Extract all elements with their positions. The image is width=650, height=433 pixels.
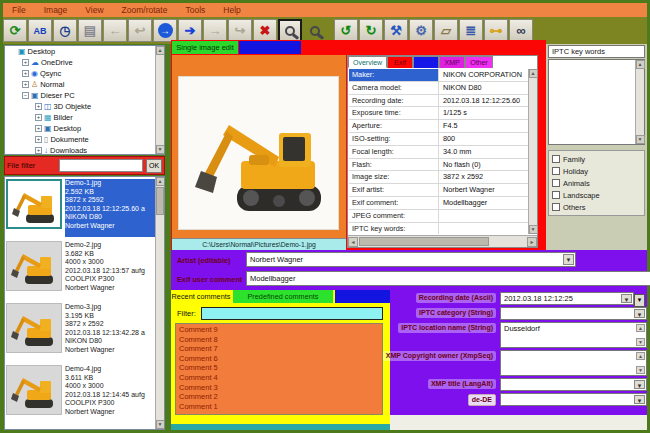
scroll-up-icon[interactable]: ▲ bbox=[156, 177, 165, 186]
menu-item-view[interactable]: View bbox=[76, 5, 112, 15]
tree-item-3dobjekte[interactable]: +◫3D Objekte bbox=[5, 101, 164, 112]
comment-item[interactable]: Comment 9 bbox=[179, 325, 382, 335]
keyword-checkbox-landscape[interactable]: Landscape bbox=[552, 189, 644, 201]
field-combo[interactable]: 2012.03.18 12:12:25▼ bbox=[500, 292, 634, 305]
exif-row[interactable]: Exposure time:1/125 s bbox=[349, 107, 528, 120]
tree-expander-icon[interactable]: + bbox=[22, 59, 29, 66]
comment-item[interactable]: Comment 1 bbox=[179, 402, 382, 412]
checkbox-icon[interactable] bbox=[552, 191, 560, 199]
overview-tab-other[interactable]: Other bbox=[465, 56, 493, 68]
comment-item[interactable]: Comment 7 bbox=[179, 344, 382, 354]
menu-item-tools[interactable]: Tools bbox=[176, 5, 214, 15]
tree-expander-icon[interactable]: + bbox=[22, 70, 29, 77]
overview-tab-xmp[interactable]: XMP bbox=[439, 56, 465, 68]
key-icon[interactable]: ⊶ bbox=[484, 19, 508, 42]
tree-item-qsync[interactable]: +◉Qsync bbox=[5, 68, 164, 79]
tree-expander-icon[interactable]: + bbox=[35, 136, 42, 143]
redo-arrow-icon[interactable]: ↪ bbox=[228, 19, 252, 42]
scroll-up-icon[interactable]: ▲ bbox=[529, 69, 538, 78]
tree-item-bilder[interactable]: +▦Bilder bbox=[5, 112, 164, 123]
comments-tab-1[interactable]: Predefined comments bbox=[233, 290, 333, 303]
scroll-thumb[interactable] bbox=[359, 237, 489, 246]
comment-item[interactable]: Comment 8 bbox=[179, 335, 382, 345]
scroll-up-icon[interactable]: ▲ bbox=[156, 46, 165, 55]
tag-icon[interactable]: ▱ bbox=[434, 19, 458, 42]
tree-expander-icon[interactable]: − bbox=[22, 92, 29, 99]
exif-row[interactable]: Image size:3872 x 2592 bbox=[349, 171, 528, 184]
tree-expander-icon[interactable]: + bbox=[35, 147, 42, 154]
artist-combo[interactable]: Norbert Wagner ▼ bbox=[246, 252, 576, 267]
exif-row[interactable]: Exif comment:Modellbagger bbox=[349, 197, 528, 210]
scroll-down-icon[interactable]: ▼ bbox=[529, 225, 538, 234]
dropdown-extra-button[interactable]: ▼ bbox=[634, 294, 645, 307]
chevron-down-icon[interactable]: ▼ bbox=[563, 254, 574, 265]
scroll-down-icon[interactable]: ▼ bbox=[636, 338, 645, 346]
editor-tab-0[interactable]: Single image edit bbox=[172, 41, 238, 54]
delete-icon[interactable]: ✖ bbox=[253, 19, 277, 42]
comment-item[interactable]: Comment 4 bbox=[179, 373, 382, 383]
overview-tab-2[interactable] bbox=[413, 56, 439, 68]
tree-item-onedrive[interactable]: +☁OneDrive bbox=[5, 57, 164, 68]
chevron-down-icon[interactable]: ▼ bbox=[634, 395, 645, 404]
checkbox-icon[interactable] bbox=[552, 155, 560, 163]
exif-row[interactable]: Camera model:NIKON D80 bbox=[349, 82, 528, 95]
file-list-item[interactable]: Demo-3.jpg3.195 KB3872 x 25922012.03.18 … bbox=[5, 301, 164, 363]
arrow-right-disabled-icon[interactable]: → bbox=[203, 19, 227, 42]
tools-icon[interactable]: ⚙ bbox=[409, 19, 433, 42]
exif-row[interactable]: JPEG comment: bbox=[349, 210, 528, 223]
arrow-right-bold-icon[interactable]: ➔ bbox=[178, 19, 202, 42]
tree-item-normal[interactable]: +♙Normal bbox=[5, 79, 164, 90]
comment-item[interactable]: Comment 5 bbox=[179, 363, 382, 373]
keyword-checkbox-holiday[interactable]: Holiday bbox=[552, 165, 644, 177]
comments-tab-2[interactable] bbox=[335, 290, 391, 303]
overview-tab-overview[interactable]: Overview bbox=[348, 56, 387, 68]
refresh-icon[interactable]: ⟳ bbox=[3, 19, 27, 42]
file-list-item[interactable]: Demo-1.jpg2.592 KB3872 x 25922012.03.18 … bbox=[5, 177, 164, 239]
zoom-out-icon[interactable] bbox=[303, 19, 327, 42]
tree-item-downloads[interactable]: +↓Downloads bbox=[5, 145, 164, 155]
keyword-checkbox-family[interactable]: Family bbox=[552, 153, 644, 165]
tree-item-desktop[interactable]: ▣Desktop bbox=[5, 46, 164, 57]
checkbox-icon[interactable] bbox=[552, 179, 560, 187]
scroll-up-icon[interactable]: ▲ bbox=[636, 324, 645, 332]
tree-item-dokumente[interactable]: +▯Dokumente bbox=[5, 134, 164, 145]
save-icon[interactable]: ▤ bbox=[78, 19, 102, 42]
comments-tab-0[interactable]: Recent comments bbox=[171, 290, 231, 303]
field-combo[interactable]: ▼ bbox=[500, 393, 647, 406]
field-textarea[interactable]: Dusseldorf▲▼ bbox=[500, 322, 647, 348]
tree-expander-icon[interactable]: + bbox=[22, 81, 29, 88]
menu-item-file[interactable]: File bbox=[3, 5, 35, 15]
exif-row[interactable]: Recording date:2012.03.18 12:12:25.60 bbox=[349, 95, 528, 108]
field-combo[interactable]: ▼ bbox=[500, 378, 647, 391]
overview-scrollbar[interactable]: ▲ ▼ bbox=[528, 69, 537, 234]
rotate-left-icon[interactable]: ↺ bbox=[334, 19, 358, 42]
comment-item[interactable]: Comment 3 bbox=[179, 383, 382, 393]
scroll-down-icon[interactable]: ▼ bbox=[636, 135, 645, 144]
checkbox-icon[interactable] bbox=[552, 167, 560, 175]
field-combo[interactable]: ▼ bbox=[500, 307, 647, 320]
rename-icon[interactable]: AB bbox=[28, 19, 52, 42]
scroll-left-icon[interactable]: ◄ bbox=[348, 237, 358, 247]
undo-arrow-icon[interactable]: ↩ bbox=[128, 19, 152, 42]
tree-item-desktop[interactable]: +▣Desktop bbox=[5, 123, 164, 134]
comment-filter-input[interactable] bbox=[201, 307, 383, 320]
checkbox-icon[interactable] bbox=[552, 203, 560, 211]
scroll-up-icon[interactable]: ▲ bbox=[636, 60, 645, 69]
keywords-scrollbar[interactable]: ▲ ▼ bbox=[635, 60, 644, 144]
tree-expander-icon[interactable]: + bbox=[35, 103, 42, 110]
exif-user-comment-input[interactable]: Modellbagger bbox=[246, 271, 650, 286]
preview-photo[interactable] bbox=[179, 77, 338, 229]
tree-scrollbar[interactable]: ▲ ▼ bbox=[155, 46, 164, 154]
scroll-down-icon[interactable]: ▼ bbox=[156, 145, 165, 154]
file-filter-input[interactable] bbox=[59, 159, 143, 172]
menu-item-help[interactable]: Help bbox=[214, 5, 249, 15]
overview-tab-exif[interactable]: Exif bbox=[387, 56, 413, 68]
menu-item-image[interactable]: Image bbox=[35, 5, 77, 15]
tree-expander-icon[interactable]: + bbox=[35, 114, 42, 121]
zoom-in-icon[interactable] bbox=[278, 19, 302, 42]
exif-row[interactable]: ISO-setting:800 bbox=[349, 133, 528, 146]
notes-icon[interactable]: ≣ bbox=[459, 19, 483, 42]
chevron-down-icon[interactable]: ▼ bbox=[621, 294, 632, 303]
editor-tab-1[interactable] bbox=[239, 41, 301, 54]
scroll-down-icon[interactable]: ▼ bbox=[156, 420, 165, 429]
